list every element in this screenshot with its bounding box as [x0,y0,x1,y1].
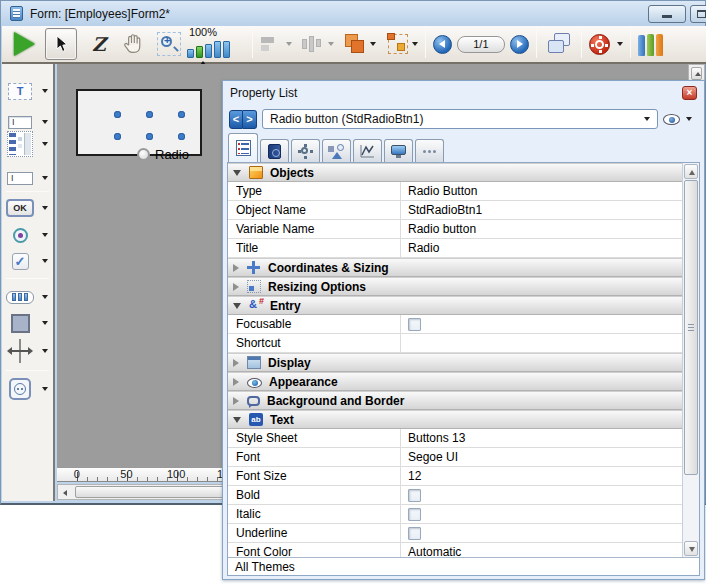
property-value[interactable]: Segoe UI [401,448,682,466]
selection-handle-top-center[interactable] [146,111,153,118]
distribute-dropdown-arrow[interactable] [328,42,334,46]
scroll-up-button[interactable] [684,164,698,179]
maximize-button[interactable] [690,5,706,23]
zoom-scale-widget[interactable]: 100% [187,27,241,61]
property-value[interactable]: StdRadioBtn1 [401,201,682,219]
next-page-button[interactable] [510,28,529,60]
combobox-tool-dropdown-arrow[interactable] [42,176,48,180]
scroll-thumb[interactable] [684,180,698,475]
selection-handle-bottom-left[interactable] [114,133,121,140]
expand-triangle-icon[interactable] [233,359,239,367]
button-tool-dropdown-arrow[interactable] [42,206,48,210]
checkbox-tool[interactable]: ✓ [2,248,53,274]
distribute-objects-button[interactable] [300,28,334,60]
grid-dropdown-arrow[interactable] [412,42,418,46]
selection-pointer-button[interactable] [45,28,77,60]
entry-order-button[interactable]: Z [83,28,115,60]
collapse-triangle-icon[interactable] [233,303,241,309]
zoom-bar-100-selected[interactable] [196,46,203,58]
scroll-left-button[interactable] [59,486,73,498]
property-group-row[interactable]: Objects [228,163,682,182]
expand-triangle-icon[interactable] [233,378,239,386]
property-group-row[interactable]: Coordinates & Sizing [228,258,682,277]
splitter-tool[interactable] [2,338,53,364]
themes-footer[interactable]: All Themes [228,557,699,575]
eye-visibility-icon[interactable] [663,114,680,125]
property-value[interactable] [401,315,682,333]
zoom-bars[interactable] [187,41,230,58]
property-value[interactable] [401,524,682,542]
combobox-tool[interactable]: I [2,165,53,191]
property-value[interactable] [401,505,682,523]
zoom-magnifier-button[interactable] [151,28,187,60]
property-value[interactable]: Automatic [401,543,682,557]
tab-events[interactable] [353,139,382,162]
checkbox[interactable] [408,527,421,540]
tab-more[interactable] [415,139,444,162]
grid-options-button[interactable] [388,28,418,60]
zoom-bar-200[interactable] [205,44,212,58]
radio-button-object-circle[interactable] [137,148,150,161]
checkbox[interactable] [408,318,421,331]
radio-button-object-label[interactable]: Radio [155,147,189,162]
eye-dropdown-arrow[interactable] [686,117,692,121]
expand-triangle-icon[interactable] [233,264,239,272]
property-value[interactable]: Radio [401,239,682,257]
selection-handle-bottom-center[interactable] [146,133,153,140]
selection-handle-top-left[interactable] [114,111,121,118]
property-value[interactable] [401,334,682,352]
object-selector-dropdown[interactable]: Radio button (StdRadioBtn1) [262,109,658,129]
tab-data-source[interactable] [260,139,289,162]
execute-form-button[interactable] [14,28,45,60]
property-value[interactable]: Radio Button [401,182,682,200]
buttonbar-tool[interactable] [2,284,53,310]
align-objects-button[interactable] [260,28,292,60]
property-group-row[interactable]: Appearance [228,372,682,391]
previous-object-button[interactable]: < [229,110,243,129]
align-dropdown-arrow[interactable] [286,42,292,46]
property-list-titlebar[interactable]: Property List × [223,81,704,105]
radio-tool-dropdown-arrow[interactable] [42,233,48,237]
close-button[interactable]: × [682,86,697,100]
listbox-tool[interactable] [2,131,53,157]
rectangle-tool[interactable] [2,310,53,336]
windows-cascade-button[interactable] [544,28,574,60]
input-tool-dropdown-arrow[interactable] [42,120,48,124]
button-tool[interactable]: OK [2,195,53,221]
property-group-row[interactable]: Display [228,353,682,372]
text-tool-dropdown-arrow[interactable] [42,89,48,93]
radio-tool[interactable] [2,222,53,248]
checkbox[interactable] [408,508,421,521]
checkbox[interactable] [408,489,421,502]
tab-properties-list[interactable] [228,133,258,162]
tab-display[interactable] [384,139,413,162]
selection-handle-top-right[interactable] [178,111,185,118]
collapse-triangle-icon[interactable] [233,170,241,176]
scroll-up-button[interactable] [691,67,702,80]
property-value[interactable] [401,486,682,504]
selection-handle-bottom-right[interactable] [178,133,185,140]
gear-dropdown-arrow[interactable] [617,42,623,46]
pan-hand-button[interactable] [121,28,145,60]
collapse-triangle-icon[interactable] [233,417,241,423]
property-list-scrollbar[interactable] [682,163,699,557]
rectangle-tool-dropdown-arrow[interactable] [42,321,48,325]
form-properties-button[interactable] [589,28,623,60]
splitter-tool-dropdown-arrow[interactable] [42,349,48,353]
zoom-bar-400[interactable] [214,41,221,58]
next-object-button[interactable]: > [243,110,257,129]
buttonbar-tool-dropdown-arrow[interactable] [42,295,48,299]
minimize-button[interactable] [648,5,686,23]
duplicate-dropdown-arrow[interactable] [370,42,376,46]
zoom-bar-50[interactable] [187,49,194,58]
plugin-tool[interactable] [2,376,53,402]
text-tool[interactable]: T [2,78,53,104]
plugin-tool-dropdown-arrow[interactable] [42,387,48,391]
tab-objects[interactable] [322,139,351,162]
property-value[interactable]: Buttons 13 [401,429,682,447]
form-page-area[interactable]: Radio [76,89,202,156]
property-group-row[interactable]: Resizing Options [228,277,682,296]
expand-triangle-icon[interactable] [233,397,239,405]
scroll-down-button[interactable] [684,541,698,556]
library-button[interactable] [638,28,663,60]
